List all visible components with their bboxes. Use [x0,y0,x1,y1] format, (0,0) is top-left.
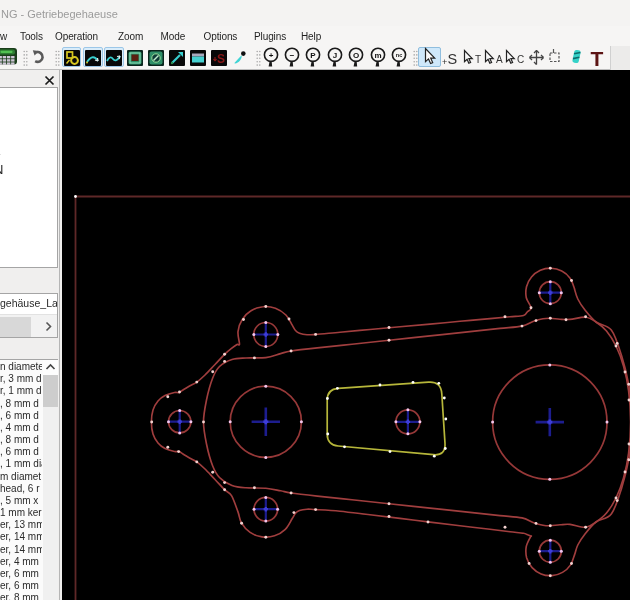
svg-text:T: T [475,54,481,65]
svg-text:C: C [517,54,524,65]
svg-text:+: + [442,57,447,67]
svg-text:S: S [448,51,458,67]
svg-text:T: T [591,47,604,70]
svg-text:A: A [496,54,503,65]
